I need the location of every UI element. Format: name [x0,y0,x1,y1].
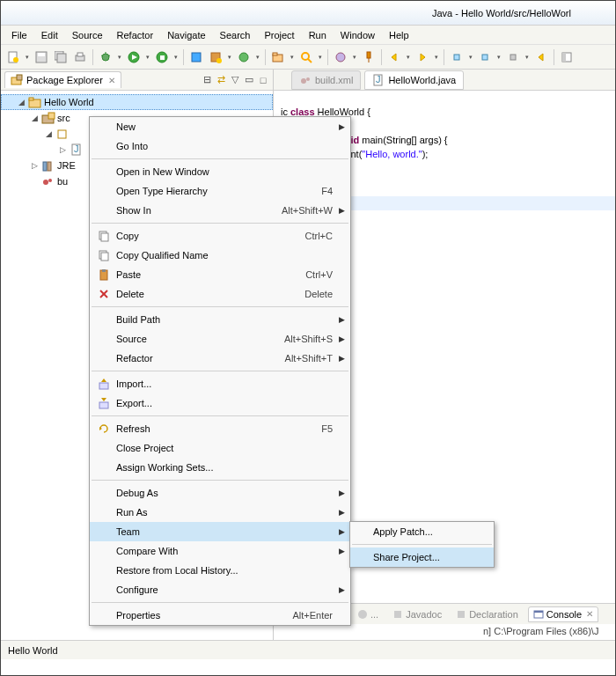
close-icon[interactable]: ✕ [108,76,115,85]
save-button[interactable] [33,48,50,66]
source-folder-icon [41,111,55,125]
svg-point-1 [13,57,18,62]
ctx-refactor[interactable]: RefactorAlt+Shift+T▶ [90,349,350,368]
menu-project[interactable]: Project [257,27,301,43]
new-class-button[interactable] [187,48,205,66]
tab-declaration[interactable]: Declaration [451,607,523,621]
prev-annotation-button[interactable] [448,48,466,66]
tab-problems[interactable]: ... [353,607,383,621]
tab-console[interactable]: Console✕ [528,606,598,622]
editor-tab-build[interactable]: build.xml [291,70,361,90]
dropdown-arrow-icon[interactable]: ▾ [144,48,151,66]
dropdown-arrow-icon[interactable]: ▾ [172,48,180,66]
ctx-compare-with[interactable]: Compare With▶ [90,541,350,561]
new-button[interactable] [4,48,22,66]
expand-arrow-icon[interactable]: ◢ [16,98,26,107]
ctx-restore-history[interactable]: Restore from Local History... [90,561,350,580]
ctx-build-path[interactable]: Build Path▶ [90,310,350,329]
dropdown-arrow-icon[interactable]: ▾ [495,48,502,66]
ctx-copy[interactable]: CopyCtrl+C [90,226,350,246]
svg-point-8 [102,54,109,61]
ctx-debug-as[interactable]: Debug As▶ [90,483,350,503]
dropdown-arrow-icon[interactable]: ▾ [289,48,296,66]
print-button[interactable] [71,48,89,66]
ctx-refresh[interactable]: RefreshF5 [90,419,350,438]
dropdown-arrow-icon[interactable]: ▾ [116,48,123,66]
expand-arrow-icon[interactable]: ▷ [57,145,68,154]
submenu-share-project[interactable]: Share Project... [350,547,494,567]
menu-help[interactable]: Help [382,27,416,43]
tab-javadoc[interactable]: Javadoc [388,607,446,621]
ctx-copy-qualified[interactable]: Copy Qualified Name [90,246,350,265]
dropdown-arrow-icon[interactable]: ▾ [433,48,440,66]
ctx-paste[interactable]: PasteCtrl+V [90,265,350,284]
ctx-go-into[interactable]: Go Into [90,136,350,156]
submenu-apply-patch[interactable]: Apply Patch... [350,522,494,541]
menu-source[interactable]: Source [65,27,110,43]
ctx-delete[interactable]: DeleteDelete [90,284,350,304]
expand-arrow-icon[interactable]: ▷ [29,161,40,170]
save-all-button[interactable] [52,48,70,66]
run-last-button[interactable] [153,48,171,66]
close-icon[interactable]: ✕ [586,609,593,619]
svg-rect-29 [454,55,459,60]
ctx-properties[interactable]: PropertiesAlt+Enter [90,606,350,625]
dropdown-arrow-icon[interactable]: ▾ [24,48,31,66]
menu-file[interactable]: File [4,27,34,43]
ctx-new[interactable]: New▶ [90,117,350,136]
ctx-open-type-hierarchy[interactable]: Open Type HierarchyF4 [90,181,350,201]
new-type-button[interactable] [235,48,253,66]
debug-button[interactable] [97,48,114,66]
menu-refactor[interactable]: Refactor [110,27,161,43]
menu-search[interactable]: Search [213,27,258,43]
ctx-source[interactable]: SourceAlt+Shift+S▶ [90,329,350,349]
package-explorer-tab[interactable]: Package Explorer ✕ [4,71,121,88]
javadoc-icon [392,609,403,620]
new-package-button[interactable] [207,48,224,66]
expand-arrow-icon[interactable]: ◢ [29,114,40,122]
link-editor-icon[interactable]: ⇄ [215,74,227,86]
dropdown-arrow-icon[interactable]: ▾ [226,48,233,66]
menu-edit[interactable]: Edit [34,27,65,43]
pin-button[interactable] [360,48,378,66]
open-type-button[interactable] [269,48,287,66]
delete-icon [95,287,113,301]
tree-project-hello-world[interactable]: ◢ Hello World [1,94,273,110]
menu-window[interactable]: Window [334,27,382,43]
view-menu-icon[interactable]: ▽ [229,74,241,86]
dropdown-arrow-icon[interactable]: ▾ [524,48,531,66]
dropdown-arrow-icon[interactable]: ▾ [317,48,324,66]
ctx-assign-working-sets[interactable]: Assign Working Sets... [90,458,350,477]
last-edit-button[interactable] [504,48,522,66]
nav-back-button[interactable] [385,48,403,66]
search-button[interactable] [297,48,315,66]
collapse-all-icon[interactable]: ⊟ [201,74,213,86]
problems-icon [357,609,368,620]
ctx-configure[interactable]: Configure▶ [90,580,350,599]
tasks-button[interactable] [332,48,349,66]
ctx-close-project[interactable]: Close Project [90,438,350,458]
ctx-export[interactable]: Export... [90,393,350,413]
dropdown-arrow-icon[interactable]: ▾ [405,48,412,66]
run-button[interactable] [125,48,143,66]
maximize-icon[interactable]: □ [257,74,269,86]
ctx-run-as[interactable]: Run As▶ [90,503,350,522]
expand-arrow-icon[interactable]: ◢ [43,129,54,138]
svg-rect-62 [102,269,106,272]
ctx-open-new-window[interactable]: Open in New Window [90,162,350,181]
ctx-team[interactable]: Team▶ [90,522,350,541]
ctx-import[interactable]: Import... [90,374,350,393]
next-annotation-button[interactable] [476,48,494,66]
editor-tab-helloworld[interactable]: J HelloWorld.java [364,70,464,90]
perspective-button[interactable] [558,48,576,66]
dropdown-arrow-icon[interactable]: ▾ [351,48,358,66]
nav-forward-button[interactable] [414,48,431,66]
minimize-icon[interactable]: ▭ [243,74,255,86]
dropdown-arrow-icon[interactable]: ▾ [254,48,261,66]
copy-icon [95,229,113,243]
back-button[interactable] [532,48,550,66]
menu-run[interactable]: Run [302,27,334,43]
dropdown-arrow-icon[interactable]: ▾ [467,48,474,66]
menu-navigate[interactable]: Navigate [160,27,212,43]
ctx-show-in[interactable]: Show InAlt+Shift+W▶ [90,201,350,220]
